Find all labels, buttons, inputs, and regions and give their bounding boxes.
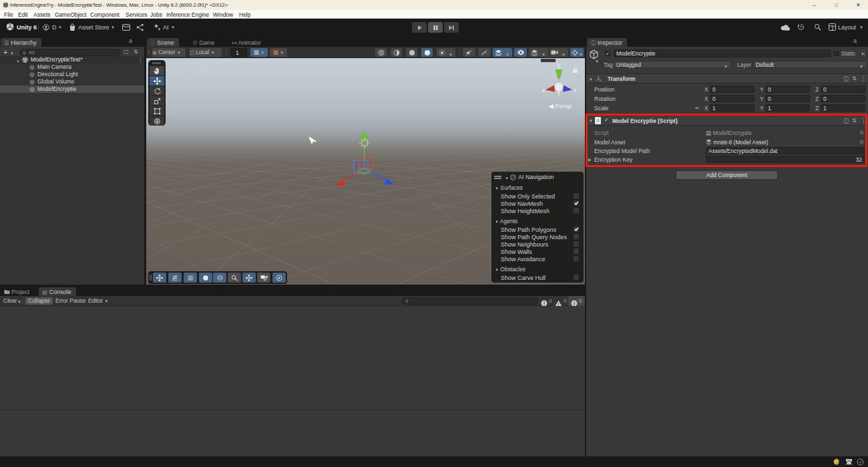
- svg-text:!: !: [574, 301, 575, 306]
- svg-text:!: !: [544, 301, 545, 306]
- svg-text:z: z: [574, 87, 576, 94]
- svg-text:y: y: [558, 62, 561, 69]
- svg-text:◀ Persp: ◀ Persp: [549, 102, 572, 110]
- svg-text:x: x: [542, 87, 546, 94]
